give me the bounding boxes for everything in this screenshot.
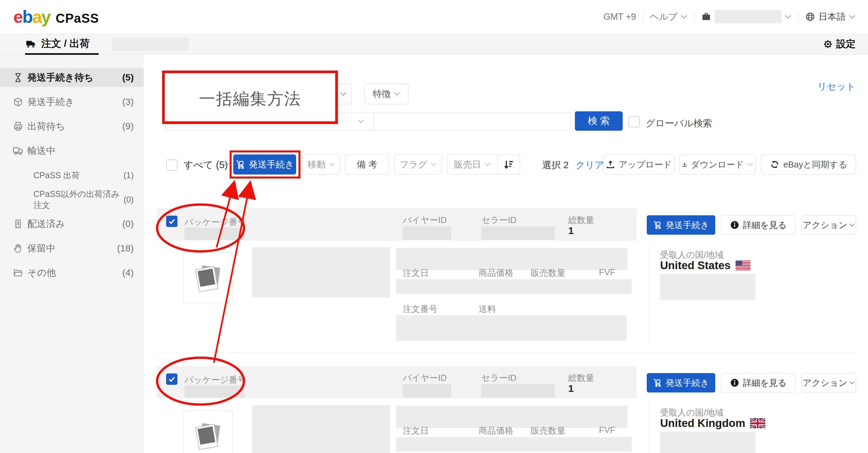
language-label: 日本語 (818, 11, 846, 23)
chevron-down-icon[interactable] (223, 162, 229, 167)
sidebar-item-label: CPaSS 出荷 (33, 170, 80, 181)
buyer-id-label: バイヤーID (403, 372, 447, 384)
card-ship-label: 発送手続き (665, 377, 709, 389)
upload-icon (606, 159, 615, 170)
card-details-button[interactable]: 詳細を見る (721, 215, 796, 235)
package-number-label: パッケージ番号 (185, 216, 246, 228)
item-thumbnail[interactable] (183, 253, 232, 303)
selected-count-label: 選択 2 (542, 159, 568, 172)
divider (694, 12, 694, 22)
sidebar-item-shipping-process[interactable]: 発送手続き (3) (0, 93, 144, 111)
sidebar-item-others[interactable]: その他 (4) (0, 264, 144, 282)
divider (648, 245, 649, 345)
total-qty-label: 総数量 (568, 214, 594, 226)
check-icon (167, 217, 176, 226)
settings-button[interactable]: 設定 (823, 37, 856, 51)
flag-label: フラグ (400, 158, 428, 171)
select-all-label[interactable]: すべて (5) (184, 158, 228, 172)
timezone-label: GMT +9 (603, 12, 636, 22)
sidebar-item-delivered[interactable]: 配送済み (0) (0, 215, 144, 233)
sidebar-item-count: (9) (122, 121, 134, 132)
card-ship-button[interactable]: 発送手続き (647, 215, 715, 235)
search-type-select[interactable] (166, 113, 374, 130)
account-menu[interactable] (701, 10, 792, 23)
sidebar-item-count: (3) (122, 97, 134, 107)
second-tab-redacted[interactable] (112, 37, 189, 51)
sale-date-button[interactable]: 販売日 (447, 154, 498, 175)
gear-icon (823, 39, 833, 49)
uk-flag-icon (750, 418, 765, 428)
buyer-id-redacted (403, 227, 451, 240)
card-actions-label: アクション (803, 219, 847, 231)
package-checkbox[interactable] (166, 216, 178, 227)
global-search-checkbox[interactable] (628, 116, 640, 127)
folder-icon (13, 268, 23, 278)
help-menu[interactable]: ヘルプ (650, 11, 687, 23)
recipient-address-redacted (660, 274, 755, 300)
hand-truck-icon (653, 378, 662, 388)
truck-icon (25, 39, 37, 49)
sidebar-item-awaiting-shipping-process[interactable]: 発送手続き待ち (5) (0, 68, 144, 87)
search-button[interactable]: 検 索 (575, 111, 623, 131)
sidebar-item-on-hold[interactable]: 保留中 (18) (0, 239, 144, 258)
settings-label: 設定 (836, 37, 856, 51)
hand-truck-icon (653, 220, 662, 230)
card-ship-label: 発送手続き (665, 219, 709, 231)
feature-filter-button[interactable]: 特徴 (364, 84, 408, 104)
download-label: ダウンロード (691, 159, 744, 171)
hidden-filter-dropdown[interactable] (281, 84, 351, 104)
photo-placeholder-icon (190, 418, 226, 453)
card-ship-button[interactable]: 発送手続き (647, 373, 715, 392)
search-input[interactable] (374, 113, 570, 130)
hand-truck-icon (235, 159, 245, 170)
item-thumbnail[interactable] (183, 411, 232, 453)
sidebar-item-count: (1) (123, 171, 134, 180)
sidebar-item-in-transit[interactable]: 輸送中 (0, 142, 144, 160)
package-checkbox[interactable] (166, 373, 178, 385)
sync-ebay-button[interactable]: eBayと同期する (761, 154, 856, 175)
sort-descending-button[interactable] (497, 154, 520, 175)
note-button[interactable]: 備 考 (345, 154, 389, 175)
sidebar-item-awaiting-shipment[interactable]: 出荷待ち (9) (0, 117, 144, 136)
sidebar-item-label: 発送手続き待ち (27, 71, 93, 84)
chevron-down-icon (849, 381, 855, 385)
upload-button[interactable]: アップロード (603, 154, 674, 175)
country-name: United Kingdom (660, 417, 745, 430)
order-values-redacted (396, 437, 632, 452)
sidebar-item-cpass-shipments[interactable]: CPaSS 出荷 (1) (0, 166, 144, 185)
download-button[interactable]: ダウンロード (680, 154, 756, 175)
global-search-label: グローバル検索 (646, 117, 712, 130)
card-actions-button[interactable]: アクション (802, 373, 856, 392)
tab-orders-shipping[interactable]: 注文 / 出荷 (25, 37, 90, 51)
language-menu[interactable]: 日本語 (805, 11, 856, 23)
flag-button[interactable]: フラグ (394, 154, 442, 175)
package-number-redacted (185, 228, 245, 240)
clear-selection-link[interactable]: クリア (576, 159, 604, 172)
seller-id-label: セラーID (481, 372, 517, 384)
app-header: e b a y CPaSS GMT +9 ヘルプ 日本語 (0, 0, 868, 33)
chevron-down-icon (785, 15, 792, 19)
sidebar-item-count: (0) (122, 219, 134, 229)
logo-suffix: CPaSS (56, 11, 99, 26)
ebay-cpass-logo[interactable]: e b a y CPaSS (13, 7, 99, 27)
reset-link[interactable]: リセット (817, 80, 856, 93)
country-name: United States (660, 259, 731, 272)
select-all-checkbox[interactable] (166, 159, 178, 171)
chevron-down-icon (340, 92, 347, 96)
hand-icon (13, 243, 23, 254)
item-title-redacted (252, 247, 390, 298)
header-utilities: GMT +9 ヘルプ 日本語 (603, 0, 856, 33)
fvf-label: FVF (599, 267, 615, 277)
item-price-label: 商品価格 (478, 267, 514, 279)
account-name-redacted (715, 10, 781, 23)
move-button[interactable]: 移動 (303, 154, 340, 175)
chevron-down-icon (747, 162, 753, 167)
sync-icon (770, 159, 780, 170)
card-details-button[interactable]: 詳細を見る (721, 373, 796, 392)
bulk-ship-button[interactable]: 発送手続き (233, 154, 296, 175)
item-title-redacted (252, 405, 390, 453)
sidebar-item-label: 輸送中 (27, 144, 56, 157)
sidebar-item-non-cpass-shipped[interactable]: CPaSS以外の出荷済み注文 (0) (0, 190, 144, 209)
total-qty-value: 1 (568, 225, 574, 236)
card-actions-button[interactable]: アクション (802, 215, 856, 235)
